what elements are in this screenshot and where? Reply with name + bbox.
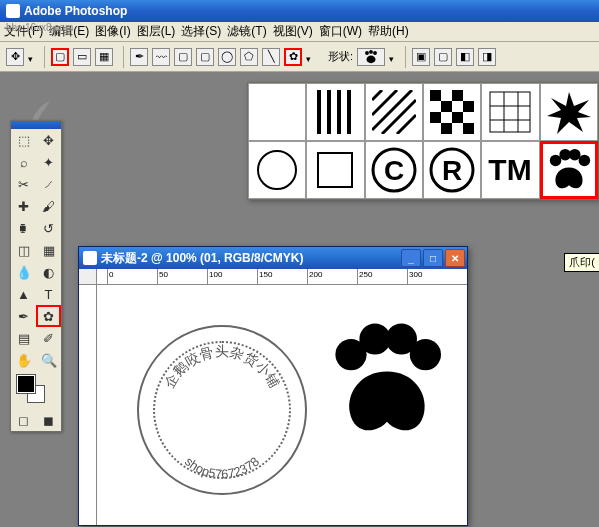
hand-tool[interactable]: ✋ <box>11 349 36 371</box>
crop-tool[interactable]: ✂ <box>11 173 36 195</box>
marquee-tool[interactable]: ⬚ <box>11 129 36 151</box>
menu-help[interactable]: 帮助(H) <box>368 23 409 40</box>
stamp-dots <box>153 341 291 479</box>
shape-picker-dropdown[interactable] <box>389 52 399 62</box>
svg-point-43 <box>410 339 441 370</box>
blur-tool[interactable]: 💧 <box>11 261 36 283</box>
menu-select[interactable]: 选择(S) <box>181 23 221 40</box>
svg-point-27 <box>258 151 296 189</box>
svg-rect-14 <box>452 90 463 101</box>
svg-text:C: C <box>384 155 404 186</box>
shape-starburst[interactable] <box>540 83 598 141</box>
path-select-tool[interactable]: ▲ <box>11 283 36 305</box>
watermark: bbs.16xx8.com <box>6 22 73 33</box>
shape-blank[interactable] <box>248 83 306 141</box>
round-rect-icon[interactable]: ▢ <box>196 48 214 66</box>
foreground-color[interactable] <box>17 375 35 393</box>
zoom-tool[interactable]: 🔍 <box>36 349 61 371</box>
maximize-button[interactable]: □ <box>423 249 443 267</box>
shape-grid[interactable] <box>481 83 539 141</box>
shape-registered[interactable]: R <box>423 141 481 199</box>
svg-point-2 <box>373 51 377 55</box>
menu-filter[interactable]: 滤镜(T) <box>227 23 266 40</box>
shape-vstripes[interactable] <box>306 83 364 141</box>
eyedropper-tool[interactable]: ✐ <box>36 327 61 349</box>
shape-layers-icon[interactable]: ▢ <box>51 48 69 66</box>
shape-tm[interactable]: TM <box>481 141 539 199</box>
slice-tool[interactable]: ⟋ <box>36 173 61 195</box>
ellipse-shape-icon[interactable]: ◯ <box>218 48 236 66</box>
tool-preset-dropdown[interactable] <box>28 52 38 62</box>
svg-point-0 <box>365 51 369 55</box>
shape-diag[interactable] <box>365 83 423 141</box>
lasso-tool[interactable]: ⌕ <box>11 151 36 173</box>
polygon-shape-icon[interactable]: ⬠ <box>240 48 258 66</box>
menu-view[interactable]: 视图(V) <box>273 23 313 40</box>
minimize-button[interactable]: _ <box>401 249 421 267</box>
paw-icon <box>362 49 380 65</box>
shape-checker[interactable] <box>423 83 481 141</box>
canvas[interactable]: 企鹅咬骨头杂货小铺 shop57672378 <box>97 285 467 525</box>
toolbox-titlebar[interactable] <box>11 121 61 129</box>
svg-point-36 <box>569 149 581 161</box>
rect-shape-icon[interactable]: ▢ <box>174 48 192 66</box>
quickmask-off[interactable]: ◻ <box>11 409 36 431</box>
svg-rect-15 <box>441 101 452 112</box>
svg-rect-18 <box>452 112 463 123</box>
menu-layer[interactable]: 图层(L) <box>137 23 176 40</box>
combine-subtract-icon[interactable]: ▢ <box>434 48 452 66</box>
custom-shape-icon[interactable]: ✿ <box>284 48 302 66</box>
dodge-tool[interactable]: ◐ <box>36 261 61 283</box>
eraser-tool[interactable]: ◫ <box>11 239 36 261</box>
menu-image[interactable]: 图像(I) <box>95 23 130 40</box>
combine-exclude-icon[interactable]: ◨ <box>478 48 496 66</box>
svg-rect-28 <box>318 153 352 187</box>
type-tool[interactable]: T <box>36 283 61 305</box>
shape-tooltip: 爪印( <box>564 253 599 272</box>
document-window: 未标题-2 @ 100% (01, RGB/8/CMYK) _ □ ✕ 企鹅咬骨… <box>78 246 468 526</box>
svg-text:R: R <box>442 155 462 186</box>
shape-circle[interactable] <box>248 141 306 199</box>
svg-rect-19 <box>441 123 452 134</box>
close-button[interactable]: ✕ <box>445 249 465 267</box>
quickmask-on[interactable]: ◼ <box>36 409 61 431</box>
shape-paw[interactable] <box>540 141 598 199</box>
shape-options-dropdown[interactable] <box>306 52 316 62</box>
svg-rect-13 <box>430 90 441 101</box>
doc-icon <box>83 251 97 265</box>
shape-copyright[interactable]: C <box>365 141 423 199</box>
fill-pixels-icon[interactable]: ▦ <box>95 48 113 66</box>
stamp-tool[interactable]: ⧯ <box>11 217 36 239</box>
app-title: Adobe Photoshop <box>24 4 127 18</box>
wand-tool[interactable]: ✦ <box>36 151 61 173</box>
pen-tool[interactable]: ✒ <box>11 305 36 327</box>
line-shape-icon[interactable]: ╲ <box>262 48 280 66</box>
move-tool[interactable]: ✥ <box>36 129 61 151</box>
toolbox: ⬚ ✥ ⌕ ✦ ✂ ⟋ ✚ 🖌 ⧯ ↺ ◫ ▦ 💧 ◐ ▲ T ✒ ✿ ▤ ✐ … <box>10 120 62 432</box>
current-shape-preview[interactable] <box>357 48 385 66</box>
freeform-pen-icon[interactable]: 〰 <box>152 48 170 66</box>
svg-point-1 <box>369 49 373 53</box>
svg-marker-26 <box>547 92 591 134</box>
brush-tool[interactable]: 🖌 <box>36 195 61 217</box>
combine-intersect-icon[interactable]: ◧ <box>456 48 474 66</box>
combine-add-icon[interactable]: ▣ <box>412 48 430 66</box>
svg-point-34 <box>550 155 562 167</box>
shape-label: 形状: <box>328 49 353 64</box>
color-swatches[interactable] <box>11 371 61 409</box>
pen-icon[interactable]: ✒ <box>130 48 148 66</box>
ruler-vertical <box>79 285 97 525</box>
shape-square[interactable] <box>306 141 364 199</box>
ruler-corner <box>79 269 97 285</box>
gradient-tool[interactable]: ▦ <box>36 239 61 261</box>
svg-point-37 <box>578 155 590 167</box>
paw-icon <box>545 146 593 194</box>
menu-window[interactable]: 窗口(W) <box>319 23 362 40</box>
tool-preset-icon[interactable]: ✥ <box>6 48 24 66</box>
history-brush-tool[interactable]: ↺ <box>36 217 61 239</box>
paths-icon[interactable]: ▭ <box>73 48 91 66</box>
doc-titlebar[interactable]: 未标题-2 @ 100% (01, RGB/8/CMYK) _ □ ✕ <box>79 247 467 269</box>
healing-tool[interactable]: ✚ <box>11 195 36 217</box>
notes-tool[interactable]: ▤ <box>11 327 36 349</box>
custom-shape-tool[interactable]: ✿ <box>36 305 61 327</box>
